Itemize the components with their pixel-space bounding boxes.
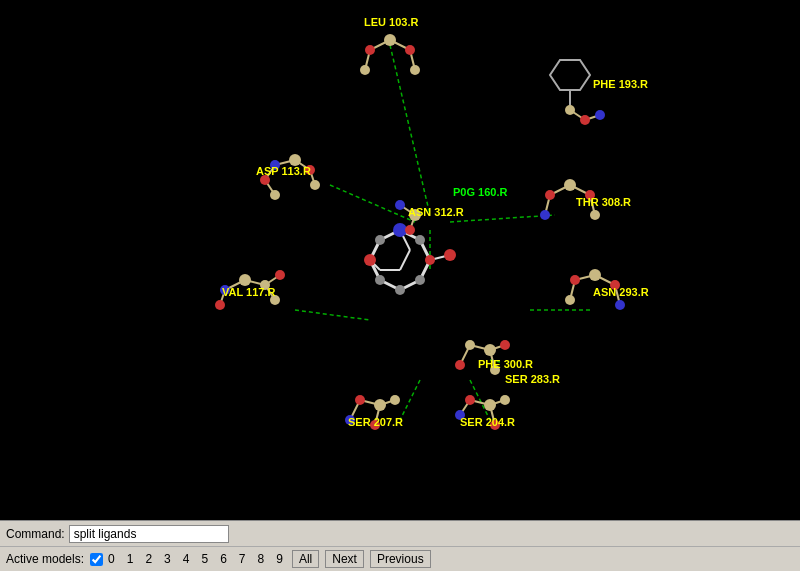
model-row: Active models: 0 1 2 3 4 5 6 7 8 9 All N… xyxy=(0,547,800,571)
svg-point-70 xyxy=(395,200,405,210)
svg-text:P0G 160.R: P0G 160.R xyxy=(453,186,507,198)
svg-point-35 xyxy=(270,190,280,200)
svg-point-16 xyxy=(405,45,415,55)
active-models-label: Active models: xyxy=(6,552,84,566)
bottom-bar: Command: Active models: 0 1 2 3 4 5 6 7 … xyxy=(0,520,800,571)
svg-text:SER 283.R: SER 283.R xyxy=(505,373,560,385)
model-0-checkbox[interactable] xyxy=(90,553,103,566)
svg-point-101 xyxy=(455,360,465,370)
model-num-8[interactable]: 8 xyxy=(255,552,268,566)
svg-point-14 xyxy=(365,45,375,55)
model-num-3[interactable]: 3 xyxy=(161,552,174,566)
svg-point-60 xyxy=(393,223,407,237)
svg-point-44 xyxy=(590,210,600,220)
svg-point-25 xyxy=(565,105,575,115)
svg-point-81 xyxy=(275,270,285,280)
svg-point-88 xyxy=(570,275,580,285)
svg-text:ASN 293.R: ASN 293.R xyxy=(593,286,649,298)
svg-point-98 xyxy=(484,344,496,356)
svg-point-45 xyxy=(540,210,550,220)
svg-point-15 xyxy=(384,34,396,46)
svg-point-91 xyxy=(615,300,625,310)
svg-point-115 xyxy=(465,395,475,405)
model-num-7[interactable]: 7 xyxy=(236,552,249,566)
svg-point-79 xyxy=(239,274,251,286)
svg-text:VAL 117.R: VAL 117.R xyxy=(222,286,275,298)
next-button[interactable]: Next xyxy=(325,550,364,568)
command-label: Command: xyxy=(6,527,65,541)
svg-point-61 xyxy=(415,235,425,245)
svg-text:PHE 300.R: PHE 300.R xyxy=(478,358,533,370)
molecule-viewport: LEU 103.R PHE 193.R ASP 113.R P0G 160.R … xyxy=(0,0,800,520)
model-num-6[interactable]: 6 xyxy=(217,552,230,566)
svg-point-106 xyxy=(355,395,365,405)
svg-point-17 xyxy=(410,65,420,75)
model-num-4[interactable]: 4 xyxy=(180,552,193,566)
model-num-5[interactable]: 5 xyxy=(198,552,211,566)
svg-point-107 xyxy=(374,399,386,411)
svg-point-23 xyxy=(595,110,605,120)
svg-point-18 xyxy=(360,65,370,75)
svg-text:SER 204.R: SER 204.R xyxy=(460,416,515,428)
svg-point-24 xyxy=(580,115,590,125)
svg-text:ASP 113.R: ASP 113.R xyxy=(256,165,311,177)
svg-point-41 xyxy=(545,190,555,200)
svg-point-42 xyxy=(564,179,576,191)
svg-point-117 xyxy=(500,395,510,405)
command-input[interactable] xyxy=(69,525,229,543)
svg-point-67 xyxy=(375,235,385,245)
svg-point-65 xyxy=(375,275,385,285)
svg-point-83 xyxy=(215,300,225,310)
svg-text:THR 308.R: THR 308.R xyxy=(576,196,631,208)
svg-text:SER 207.R: SER 207.R xyxy=(348,416,403,428)
svg-point-72 xyxy=(405,225,415,235)
command-row: Command: xyxy=(0,521,800,547)
svg-point-99 xyxy=(500,340,510,350)
svg-text:ASN 312.R: ASN 312.R xyxy=(408,206,464,218)
svg-point-36 xyxy=(310,180,320,190)
svg-point-92 xyxy=(565,295,575,305)
svg-point-108 xyxy=(390,395,400,405)
svg-point-116 xyxy=(484,399,496,411)
model-num-1[interactable]: 1 xyxy=(124,552,137,566)
model-num-9[interactable]: 9 xyxy=(273,552,286,566)
svg-text:LEU 103.R: LEU 103.R xyxy=(364,16,418,28)
svg-point-97 xyxy=(465,340,475,350)
previous-button[interactable]: Previous xyxy=(370,550,431,568)
svg-point-89 xyxy=(589,269,601,281)
svg-point-62 xyxy=(425,255,435,265)
model-num-0[interactable]: 0 xyxy=(105,552,118,566)
svg-point-59 xyxy=(444,249,456,261)
svg-point-63 xyxy=(415,275,425,285)
svg-point-66 xyxy=(364,254,376,266)
svg-text:PHE 193.R: PHE 193.R xyxy=(593,78,648,90)
all-button[interactable]: All xyxy=(292,550,319,568)
svg-point-64 xyxy=(395,285,405,295)
model-0-checkbox-group: 0 xyxy=(90,552,118,566)
model-num-2[interactable]: 2 xyxy=(142,552,155,566)
svg-rect-0 xyxy=(0,0,800,520)
